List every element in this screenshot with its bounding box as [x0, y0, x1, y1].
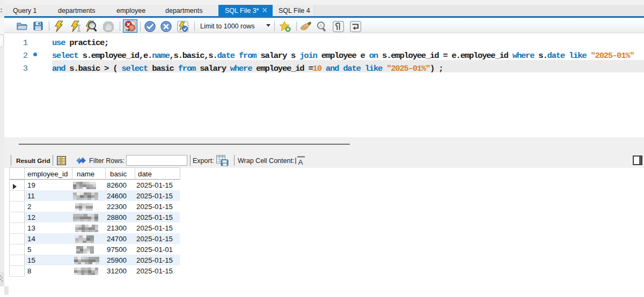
svg-text:A: A — [319, 23, 323, 28]
svg-text:A: A — [298, 158, 303, 166]
